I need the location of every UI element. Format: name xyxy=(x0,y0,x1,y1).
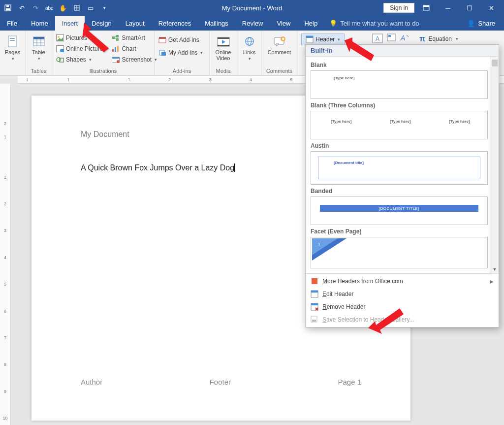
touch-icon[interactable] xyxy=(72,3,82,13)
get-addins-button[interactable]: Get Add-ins xyxy=(158,35,200,44)
pictures-label: Pictures xyxy=(66,34,87,41)
minimize-icon[interactable]: ─ xyxy=(438,1,458,15)
equation-button[interactable]: π Equation ▾ xyxy=(417,33,460,44)
body-content: A Quick Brown Fox Jumps Over a Lazy Dog xyxy=(81,163,234,172)
scroll-down-icon[interactable]: ▼ xyxy=(490,265,499,273)
redo-icon[interactable]: ↷ xyxy=(31,3,40,13)
hand-icon[interactable]: ✋ xyxy=(58,3,68,13)
spelling-icon[interactable]: abc xyxy=(44,3,54,13)
undo-icon[interactable]: ↶ xyxy=(17,3,27,13)
group-links-label xyxy=(240,67,258,75)
more-headers-label: ore Headers from Office.com xyxy=(327,278,403,285)
tab-design[interactable]: Design xyxy=(85,16,118,31)
svg-rect-39 xyxy=(218,37,229,39)
bulb-icon: 💡 xyxy=(329,20,337,27)
ribbon-display-icon[interactable] xyxy=(416,1,436,15)
gallery-scrollbar[interactable]: ▲ ▼ xyxy=(490,57,499,273)
header-gallery-panel: Built-in Blank [Type here] Blank (Three … xyxy=(305,44,499,327)
screenshot-button[interactable]: Screenshot▾ xyxy=(111,55,158,64)
gallery-item-austin[interactable]: [Document title] xyxy=(311,151,488,185)
tab-help[interactable]: Help xyxy=(297,16,324,31)
gallery-item-three-columns[interactable]: [Type here] [Type here] [Type here] xyxy=(311,111,488,139)
tab-home[interactable]: Home xyxy=(24,16,55,31)
tab-review[interactable]: Review xyxy=(235,16,270,31)
tab-references[interactable]: References xyxy=(152,16,198,31)
tab-mailings[interactable]: Mailings xyxy=(198,16,235,31)
save-icon[interactable] xyxy=(3,3,13,13)
gallery-section-builtin: Built-in xyxy=(306,45,499,57)
ribbon-tabs: File Home Insert Design Layout Reference… xyxy=(0,16,504,31)
gallery-item-facet-label: Facet (Even Page) xyxy=(311,228,488,235)
remove-header-label: emove Header xyxy=(327,303,366,310)
remove-header-button[interactable]: Remove Header xyxy=(306,300,499,313)
gallery-item-three-label: Blank (Three Columns) xyxy=(311,102,488,109)
three-ph-3: [Type here] xyxy=(449,119,470,124)
maximize-icon[interactable]: ☐ xyxy=(460,1,479,15)
gallery-scroll-area[interactable]: Blank [Type here] Blank (Three Columns) … xyxy=(306,57,499,273)
svg-text:A: A xyxy=(400,34,405,42)
tab-insert[interactable]: Insert xyxy=(55,16,85,31)
links-button[interactable]: Links ▾ xyxy=(240,33,258,61)
chart-button[interactable]: Chart xyxy=(111,44,158,53)
gallery-item-blank[interactable]: [Type here] xyxy=(311,70,488,99)
group-pages-label xyxy=(3,67,22,75)
quick-access-toolbar: ↶ ↷ abc ✋ ▭ ▾ xyxy=(3,3,109,13)
gallery-item-blank-label: Blank xyxy=(311,62,488,68)
pictures-button[interactable]: Pictures xyxy=(55,33,107,42)
online-pictures-label: Online Pictures xyxy=(66,45,106,52)
shapes-button[interactable]: Shapes▾ xyxy=(55,55,107,64)
tab-view[interactable]: View xyxy=(270,16,297,31)
tell-me-search[interactable]: 💡 Tell me what you want to do xyxy=(329,20,419,27)
blank-placeholder: [Type here] xyxy=(334,76,355,80)
svg-text:1: 1 xyxy=(318,242,320,246)
gallery-item-facet[interactable]: 1 xyxy=(311,237,488,268)
svg-rect-10 xyxy=(10,40,15,41)
edit-header-label: dit Header xyxy=(326,291,353,297)
svg-rect-50 xyxy=(306,36,313,38)
online-pictures-button[interactable]: Online Pictures xyxy=(55,44,107,53)
pages-button[interactable]: Pages ▾ xyxy=(3,33,22,61)
more-headers-button[interactable]: More Headers from Office.com ▶ xyxy=(306,275,499,288)
svg-rect-29 xyxy=(115,47,116,52)
footer-center: Footer xyxy=(210,378,231,386)
svg-marker-46 xyxy=(276,44,279,46)
close-icon[interactable]: ✕ xyxy=(481,1,501,15)
svg-line-56 xyxy=(407,35,409,37)
group-media: Online Video Media xyxy=(210,31,237,75)
get-addins-label: Get Add-ins xyxy=(168,36,199,43)
group-comments-label: Comments xyxy=(265,67,294,75)
group-tables: Table ▾ Tables xyxy=(26,31,52,75)
svg-rect-34 xyxy=(159,38,166,43)
edit-header-button[interactable]: Edit Header xyxy=(306,288,499,300)
svg-rect-28 xyxy=(112,49,114,52)
svg-rect-40 xyxy=(218,45,229,46)
share-button[interactable]: 👤 Share xyxy=(458,20,504,27)
vertical-ruler[interactable]: 2112345678910 xyxy=(0,84,11,425)
qat-customize-caret-icon[interactable]: ▾ xyxy=(99,3,109,13)
my-addins-button[interactable]: My Add-ins▾ xyxy=(158,48,204,57)
smartart-icon xyxy=(112,34,120,42)
table-icon xyxy=(32,35,46,48)
online-video-button[interactable]: Online Video xyxy=(213,33,234,61)
svg-line-27 xyxy=(115,38,116,39)
store-icon xyxy=(158,36,166,44)
scroll-thumb[interactable] xyxy=(492,60,498,66)
header-button[interactable]: Header ▾ xyxy=(301,33,345,45)
titlebar: ↶ ↷ abc ✋ ▭ ▾ My Document - Word Sign in… xyxy=(0,0,504,16)
link-icon xyxy=(243,35,256,48)
svg-rect-62 xyxy=(311,291,318,293)
gallery-item-banded[interactable]: [DOCUMENT TITLE] xyxy=(311,196,488,225)
folder-icon[interactable]: ▭ xyxy=(86,3,95,13)
save-gallery-icon xyxy=(311,316,318,324)
text-cursor xyxy=(234,163,235,172)
video-icon xyxy=(217,35,230,48)
header-left: My Document xyxy=(81,130,129,139)
tab-layout[interactable]: Layout xyxy=(119,16,152,31)
table-button[interactable]: Table ▾ xyxy=(29,33,49,61)
svg-rect-54 xyxy=(388,35,391,37)
signin-button[interactable]: Sign in xyxy=(383,3,414,13)
tab-file[interactable]: File xyxy=(0,16,24,31)
smartart-button[interactable]: SmartArt xyxy=(111,33,158,42)
svg-rect-64 xyxy=(311,303,318,305)
comment-button[interactable]: ✹ Comment xyxy=(265,33,294,55)
